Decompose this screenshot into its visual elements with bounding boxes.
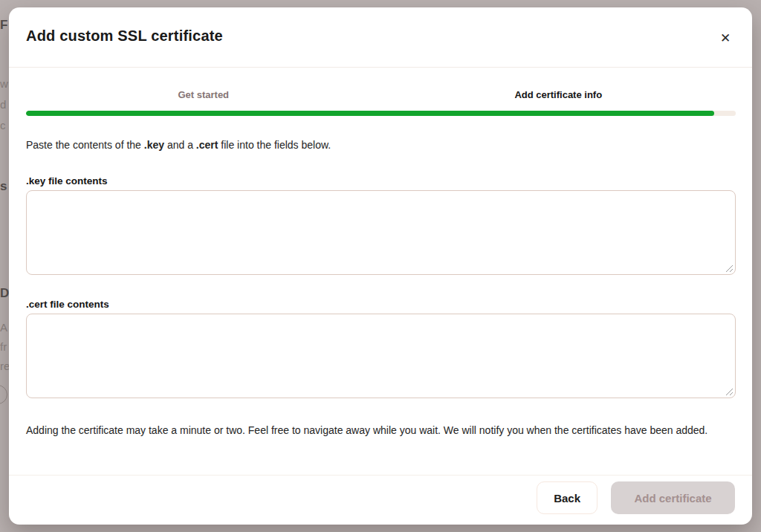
- dialog-header: Add custom SSL certificate ✕: [9, 7, 752, 67]
- background-text-fragment: A: [0, 321, 9, 334]
- close-icon[interactable]: ✕: [715, 27, 736, 48]
- intro-text-mid: and a: [164, 139, 196, 151]
- progress-bar-track: [26, 111, 736, 116]
- background-circle-fragment: [0, 385, 7, 404]
- intro-text-after: file into the fields below.: [218, 139, 331, 151]
- wizard-stepper: Get started Add certificate info: [26, 89, 736, 100]
- step-get-started: Get started: [26, 89, 381, 100]
- intro-text: Paste the contents of the .key and a .ce…: [26, 139, 331, 151]
- background-text-fragment: fr: [0, 340, 9, 353]
- add-ssl-certificate-dialog: Add custom SSL certificate ✕ Get started…: [9, 7, 752, 525]
- key-file-label: .key file contents: [26, 175, 108, 186]
- add-certificate-button[interactable]: Add certificate: [611, 481, 735, 514]
- key-file-field-wrap: [26, 190, 736, 275]
- intro-key-term: .key: [144, 139, 164, 151]
- intro-cert-term: .cert: [196, 139, 218, 151]
- footer-note: Adding the certificate may take a minute…: [26, 421, 732, 440]
- cert-file-textarea[interactable]: [26, 314, 736, 398]
- background-text-fragment: c: [0, 119, 9, 132]
- background-text-fragment: w: [0, 77, 9, 90]
- back-button[interactable]: Back: [537, 481, 598, 514]
- background-text-fragment: D: [0, 286, 9, 301]
- cert-file-field-wrap: [26, 314, 736, 398]
- intro-text-before: Paste the contents of the: [26, 139, 144, 151]
- footer-divider: [9, 475, 752, 476]
- dialog-title: Add custom SSL certificate: [26, 27, 223, 45]
- background-text-fragment: F: [0, 18, 9, 33]
- background-text-fragment: s: [0, 179, 9, 194]
- header-divider: [9, 67, 752, 68]
- background-text-fragment: d: [0, 98, 9, 111]
- step-add-certificate-info: Add certificate info: [381, 89, 736, 100]
- key-file-textarea[interactable]: [26, 190, 736, 275]
- background-text-fragment: re: [0, 360, 9, 372]
- footer-actions: Back Add certificate: [537, 481, 735, 514]
- cert-file-label: .cert file contents: [26, 299, 109, 310]
- progress-fill: [26, 111, 714, 116]
